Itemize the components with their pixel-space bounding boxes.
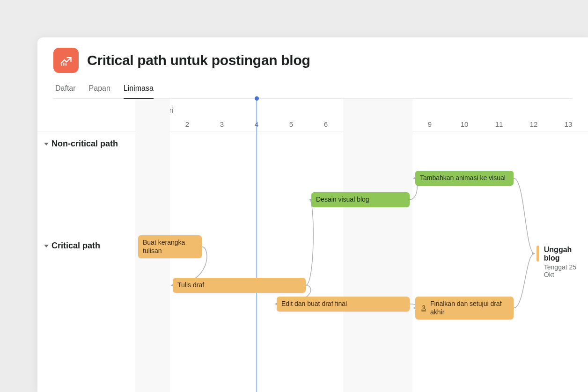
milestone-unggah-blog[interactable]: Unggah blog Tenggat 25 Okt bbox=[537, 246, 588, 278]
approval-stamp-icon bbox=[420, 305, 427, 312]
task-edit-draf-final[interactable]: Edit dan buat draf final bbox=[277, 297, 410, 312]
day-label: 2 bbox=[185, 120, 189, 128]
caret-down-icon bbox=[44, 143, 49, 145]
page-title: Critical path untuk postingan blog bbox=[87, 52, 310, 68]
section-title: Non-critical path bbox=[51, 139, 118, 149]
milestone-marker bbox=[537, 246, 539, 261]
section-critical[interactable]: Critical path bbox=[44, 241, 100, 251]
task-finalkan-draf[interactable]: Finalkan dan setujui draf akhir bbox=[415, 297, 514, 319]
day-label: 3 bbox=[220, 120, 224, 128]
task-label: Finalkan dan setujui draf akhir bbox=[430, 300, 509, 316]
view-tabs: Daftar Papan Linimasa bbox=[53, 81, 572, 99]
timeline-header: Februari 12345678910111213 bbox=[37, 99, 588, 131]
timeline: Februari 12345678910111213 Non-critical … bbox=[37, 99, 588, 392]
today-marker bbox=[257, 99, 257, 392]
caret-down-icon bbox=[44, 245, 49, 247]
timeline-body[interactable]: Non-critical path Critical path Desain v… bbox=[37, 131, 588, 392]
dependency-line bbox=[514, 254, 535, 308]
day-label: 12 bbox=[530, 120, 538, 128]
day-label: 10 bbox=[461, 120, 469, 128]
day-label: 13 bbox=[565, 120, 573, 128]
today-dot bbox=[255, 96, 259, 101]
dependency-line bbox=[306, 200, 313, 285]
tab-timeline[interactable]: Linimasa bbox=[124, 81, 154, 98]
task-label: Desain visual blog bbox=[316, 196, 369, 204]
milestone-subtitle: Tenggat 25 Okt bbox=[544, 263, 588, 278]
task-label: Tambahkan animasi ke visual bbox=[420, 174, 506, 182]
project-header: Critical path untuk postingan blog Dafta… bbox=[37, 37, 588, 99]
section-title: Critical path bbox=[51, 241, 100, 251]
tab-board[interactable]: Papan bbox=[89, 81, 110, 98]
project-icon bbox=[53, 48, 79, 73]
weekend-shade bbox=[343, 99, 412, 392]
day-label: 11 bbox=[495, 120, 503, 128]
day-label: 5 bbox=[289, 120, 293, 128]
task-label: Tulis draf bbox=[177, 281, 204, 290]
tab-list[interactable]: Daftar bbox=[55, 81, 76, 98]
chart-trend-icon bbox=[59, 54, 73, 67]
milestone-title: Unggah blog bbox=[544, 246, 588, 262]
task-label: Edit dan buat draf final bbox=[281, 300, 347, 308]
app-window: Critical path untuk postingan blog Dafta… bbox=[37, 37, 588, 392]
task-buat-kerangka[interactable]: Buat kerangka tulisan bbox=[138, 235, 202, 258]
day-label: 6 bbox=[324, 120, 328, 128]
day-label: 9 bbox=[428, 120, 432, 128]
task-tambahkan-animasi[interactable]: Tambahkan animasi ke visual bbox=[415, 171, 514, 186]
task-label: Buat kerangka tulisan bbox=[143, 239, 197, 255]
dependency-line bbox=[514, 178, 535, 254]
task-tulis-draf[interactable]: Tulis draf bbox=[173, 278, 306, 293]
task-desain-visual[interactable]: Desain visual blog bbox=[311, 192, 410, 207]
section-noncritical[interactable]: Non-critical path bbox=[44, 139, 118, 149]
